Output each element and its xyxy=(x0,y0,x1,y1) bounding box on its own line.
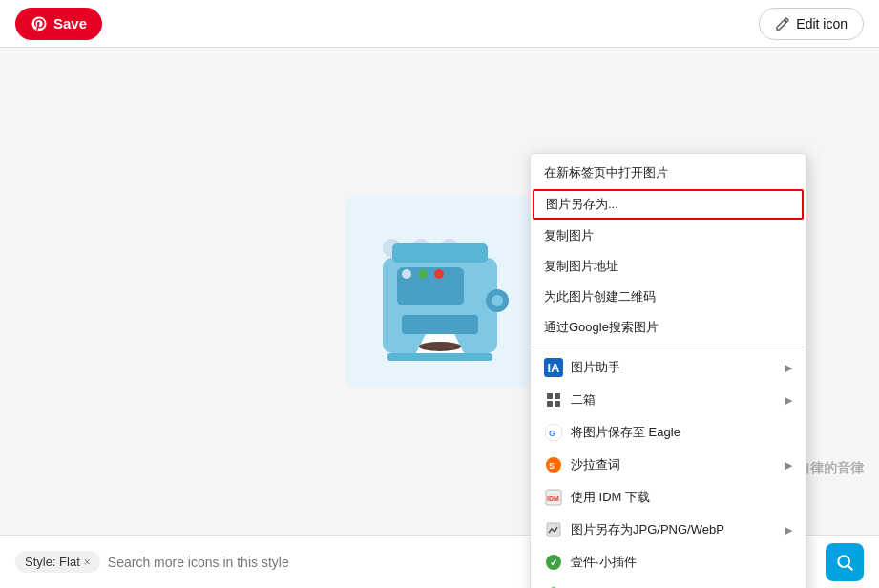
erchen-icon xyxy=(544,390,563,410)
icon-preview xyxy=(345,196,535,387)
svg-rect-9 xyxy=(402,315,478,334)
arrow-right-icon-3: ▶ xyxy=(785,459,792,472)
svg-point-12 xyxy=(492,295,503,306)
context-menu-item-idm[interactable]: IDM 使用 IDM 下载 xyxy=(531,481,806,514)
svg-text:✓: ✓ xyxy=(550,557,557,568)
context-menu-item-save-image-as[interactable]: 图片另存为... xyxy=(533,189,804,220)
idm-icon: IDM xyxy=(544,488,563,507)
context-menu-item-open-new-tab[interactable]: 在新标签页中打开图片 xyxy=(531,158,806,188)
context-menu-item-copy-image[interactable]: 复制图片 xyxy=(531,220,806,251)
svg-line-32 xyxy=(848,565,853,570)
context-menu-item-search-google[interactable]: 通过Google搜索图片 xyxy=(531,312,806,343)
yige-label: 壹件·小插件 xyxy=(571,554,637,571)
context-menu-item-salad[interactable]: S 沙拉查词 ▶ xyxy=(531,449,806,481)
search-icon xyxy=(835,553,854,572)
open-new-tab-label: 在新标签页中打开图片 xyxy=(544,164,668,181)
erchen-label: 二箱 xyxy=(571,391,596,409)
yige-icon: ✓ xyxy=(544,553,563,572)
context-menu: 在新标签页中打开图片 图片另存为... 复制图片 复制图片地址 为此图片创建二维… xyxy=(530,153,806,588)
salad-label: 沙拉查词 xyxy=(571,456,620,473)
svg-rect-14 xyxy=(547,393,553,399)
eagle-label: 将图片保存至 Eagle xyxy=(571,424,680,441)
svg-point-10 xyxy=(419,342,461,351)
svg-text:IDM: IDM xyxy=(547,495,559,502)
arrow-right-icon-2: ▶ xyxy=(785,394,792,407)
context-menu-item-adguard[interactable]: AG AdGuard 广告拦截器 xyxy=(531,578,806,588)
style-tag: Style: Flat × xyxy=(15,551,100,573)
img-convert-icon xyxy=(544,520,563,539)
context-menu-item-img-convert[interactable]: 图片另存为JPG/PNG/WebP ▶ xyxy=(531,514,806,546)
svg-rect-4 xyxy=(392,243,488,262)
copy-address-label: 复制图片地址 xyxy=(544,258,618,275)
coffee-machine-illustration xyxy=(364,205,516,377)
svg-rect-15 xyxy=(555,393,560,399)
divider-1 xyxy=(531,346,806,347)
ia-icon: IA xyxy=(544,358,563,377)
context-menu-item-copy-address[interactable]: 复制图片地址 xyxy=(531,251,806,282)
save-label: Save xyxy=(53,15,87,32)
pinterest-icon xyxy=(31,15,48,32)
arrow-right-icon: ▶ xyxy=(785,362,792,374)
eagle-icon: G xyxy=(544,423,563,442)
img-convert-label: 图片另存为JPG/PNG/WebP xyxy=(571,521,724,538)
edit-icon-button[interactable]: Edit icon xyxy=(759,8,864,40)
pencil-icon xyxy=(775,16,790,32)
copy-image-label: 复制图片 xyxy=(544,227,594,244)
svg-text:S: S xyxy=(549,461,555,471)
context-menu-item-create-qr[interactable]: 为此图片创建二维码 xyxy=(531,282,806,312)
svg-point-6 xyxy=(402,269,411,279)
search-button[interactable] xyxy=(826,543,864,581)
edit-icon-label: Edit icon xyxy=(796,16,848,32)
idm-label: 使用 IDM 下载 xyxy=(571,489,650,506)
search-google-label: 通过Google搜索图片 xyxy=(544,319,659,336)
create-qr-label: 为此图片创建二维码 xyxy=(544,288,656,305)
svg-rect-16 xyxy=(547,401,553,407)
context-menu-item-erchen[interactable]: 二箱 ▶ xyxy=(531,384,806,416)
save-button[interactable]: Save xyxy=(15,8,102,40)
save-image-as-label: 图片另存为... xyxy=(546,196,618,213)
svg-point-8 xyxy=(434,269,444,279)
svg-point-31 xyxy=(838,556,849,567)
arrow-right-icon-4: ▶ xyxy=(785,524,792,536)
style-tag-label: Style: Flat xyxy=(25,555,80,569)
context-menu-item-eagle[interactable]: G 将图片保存至 Eagle xyxy=(531,416,806,449)
img-assistant-label: 图片助手 xyxy=(571,359,620,376)
svg-rect-13 xyxy=(387,353,492,361)
svg-text:G: G xyxy=(549,429,555,438)
svg-point-7 xyxy=(418,269,428,279)
context-menu-item-yige[interactable]: ✓ 壹件·小插件 xyxy=(531,546,806,578)
salad-icon: S xyxy=(544,455,563,474)
svg-rect-17 xyxy=(555,401,560,407)
style-tag-close-button[interactable]: × xyxy=(84,556,91,569)
context-menu-item-img-assistant[interactable]: IA 图片助手 ▶ xyxy=(531,351,806,384)
toolbar: Save Edit icon xyxy=(0,0,879,48)
main-content: 在新标签页中打开图片 图片另存为... 复制图片 复制图片地址 为此图片创建二维… xyxy=(0,48,879,535)
